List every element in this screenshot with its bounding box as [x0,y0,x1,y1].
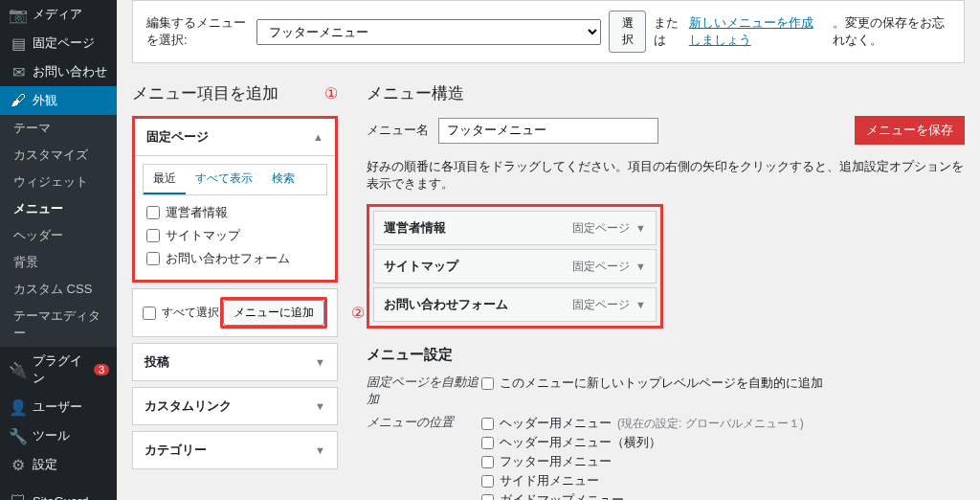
sidebar-item-media[interactable]: 📷 メディア [0,0,117,29]
sidebar-item-appearance[interactable]: 🖌 外観 [0,86,117,115]
sidebar-item-siteguard[interactable]: 🛡 SiteGuard [0,487,117,500]
page-checkbox[interactable] [146,252,160,265]
select-menu-label: 編集するメニューを選択: [146,14,249,49]
envelope-icon: ✉ [10,63,27,80]
sidebar-sub-customcss[interactable]: カスタム CSS [0,276,117,303]
page-icon: ▤ [10,34,27,52]
gear-icon: ⚙ [10,456,27,473]
page-check-row[interactable]: お問い合わせフォーム [146,247,323,270]
sidebar-label: お問い合わせ [33,63,107,80]
posts-toggle[interactable]: 投稿▼ [133,344,337,380]
auto-add-checkbox[interactable] [481,377,494,390]
menu-position-label: メニューの位置 [367,414,481,431]
chevron-down-icon: ▼ [315,444,325,456]
shield-icon: 🛡 [10,492,27,500]
sidebar-sub-theme[interactable]: テーマ [0,115,117,142]
position-option[interactable]: ヘッダー用メニュー（横列） [481,433,965,452]
position-option[interactable]: ガイドマップメニュー [481,490,965,500]
sidebar-sub-header[interactable]: ヘッダー [0,222,117,249]
add-items-heading: メニュー項目を追加 ① [132,82,338,104]
sidebar-sub-background[interactable]: 背景 [0,249,117,276]
auto-add-label: 固定ページを自動追加 [367,374,481,408]
plugin-icon: 🔌 [10,361,27,378]
sidebar-item-settings[interactable]: ⚙ 設定 [0,450,117,479]
or-text: または [654,14,680,49]
sidebar-label: メディア [33,6,82,23]
position-options: ヘッダー用メニュー(現在の設定: グローバルメニュー１) ヘッダー用メニュー（横… [481,414,965,500]
wrench-icon: 🔧 [10,427,27,444]
tail-text: 。変更の保存をお忘れなく。 [833,14,950,49]
sidebar-sub-widgets[interactable]: ウィジェット [0,169,117,195]
annotation-2: ② [351,304,365,322]
tab-all[interactable]: すべて表示 [186,165,262,194]
select-button[interactable]: 選択 [609,11,646,53]
tab-search[interactable]: 検索 [262,165,304,194]
menu-item[interactable]: お問い合わせフォーム 固定ページ ▼ [373,287,657,322]
fixed-page-toggle[interactable]: 固定ページ ▲ [135,119,335,156]
position-option[interactable]: フッター用メニュー [481,452,965,471]
update-badge: 3 [94,364,109,375]
sidebar-label: ユーザー [33,398,82,416]
categories-toggle[interactable]: カテゴリー▼ [133,432,337,468]
menu-name-label: メニュー名 [367,122,429,139]
page-checkbox[interactable] [146,206,160,219]
sidebar-label: SiteGuard [33,494,89,501]
menu-item[interactable]: 運営者情報 固定ページ ▼ [373,211,657,245]
main-content: 編集するメニューを選択: フッターメニュー 選択 または 新しいメニューを作成し… [117,0,980,500]
position-option[interactable]: ヘッダー用メニュー(現在の設定: グローバルメニュー１) [481,414,965,433]
menu-structure-heading: メニュー構造 [367,82,965,104]
position-option[interactable]: サイド用メニュー [481,471,965,490]
menu-select[interactable]: フッターメニュー [256,19,601,45]
save-menu-button[interactable]: メニューを保存 [855,116,965,145]
chevron-down-icon[interactable]: ▼ [635,222,646,234]
tab-recent[interactable]: 最近 [144,165,186,194]
chevron-down-icon: ▼ [315,400,325,412]
admin-sidebar: 📷 メディア ▤ 固定ページ ✉ お問い合わせ 🖌 外観 テーマ カスタマイズ … [0,0,117,500]
sidebar-label: ツール [33,427,70,444]
sidebar-item-contact[interactable]: ✉ お問い合わせ [0,57,117,86]
fixed-page-tabs: 最近 すべて表示 検索 [143,164,327,195]
user-icon: 👤 [10,398,27,416]
sidebar-item-pages[interactable]: ▤ 固定ページ [0,29,117,57]
select-all-row[interactable]: すべて選択 [143,302,219,324]
chevron-down-icon[interactable]: ▼ [635,261,646,272]
sidebar-label: 設定 [33,456,57,473]
sidebar-label: プラグイン [33,352,90,387]
menu-settings-heading: メニュー設定 [367,346,965,364]
chevron-up-icon: ▲ [313,131,323,143]
menu-item[interactable]: サイトマップ 固定ページ ▼ [373,249,657,284]
page-check-row[interactable]: 運営者情報 [146,201,323,224]
sidebar-sub-customize[interactable]: カスタマイズ [0,142,117,169]
add-to-menu-button[interactable]: メニューに追加 [223,300,324,326]
brush-icon: 🖌 [10,92,27,109]
menu-name-input[interactable] [438,118,658,144]
media-icon: 📷 [10,6,27,23]
menu-select-bar: 編集するメニューを選択: フッターメニュー 選択 または 新しいメニューを作成し… [132,0,965,63]
create-new-menu-link[interactable]: 新しいメニューを作成しましょう [689,14,825,49]
chevron-down-icon: ▼ [315,356,325,368]
drag-hint: 好みの順番に各項目をドラッグしてください。項目の右側の矢印をクリックすると、追加… [367,158,965,193]
auto-add-checkbox-row[interactable]: このメニューに新しいトップレベルページを自動的に追加 [481,374,965,393]
sidebar-sub-menus[interactable]: メニュー [0,195,117,222]
select-all-checkbox[interactable] [143,307,156,320]
sidebar-sub-theme-editor[interactable]: テーマエディター [0,303,117,347]
sidebar-label: 固定ページ [33,34,95,52]
annotation-1: ① [324,84,338,102]
sidebar-item-tools[interactable]: 🔧 ツール [0,421,117,450]
chevron-down-icon[interactable]: ▼ [635,299,646,310]
sidebar-item-users[interactable]: 👤 ユーザー [0,393,117,421]
custom-link-toggle[interactable]: カスタムリンク▼ [133,388,337,424]
menu-items-list: 運営者情報 固定ページ ▼ サイトマップ 固定ページ ▼ お問い合わせフォーム … [367,204,663,329]
fixed-page-panel: 固定ページ ▲ 最近 すべて表示 検索 運営者情報 サイトマップ お問い合わせフ… [132,116,338,283]
sidebar-label: 外観 [33,92,57,109]
sidebar-item-plugins[interactable]: 🔌 プラグイン 3 [0,347,117,393]
page-check-row[interactable]: サイトマップ [146,224,323,247]
page-checkbox[interactable] [146,229,160,242]
